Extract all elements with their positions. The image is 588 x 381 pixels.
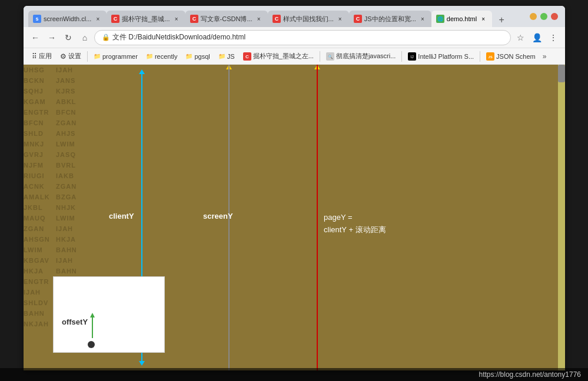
offset-box <box>53 276 165 353</box>
bookmark-programmer[interactable]: 📁 programmer <box>90 52 141 61</box>
svg-text:IJ: IJ <box>411 55 414 59</box>
bookmark-json-label: JSON Schem <box>496 53 536 60</box>
bookmark-js[interactable]: 📁 JS <box>215 52 238 61</box>
bookmark-separator-1 <box>87 51 88 62</box>
tab-close-6[interactable]: × <box>479 15 487 23</box>
tab-label-5: JS中的位置和宽... <box>364 15 416 24</box>
back-button[interactable]: ← <box>28 31 42 45</box>
clienty-arrow-bottom <box>139 361 145 366</box>
tab-icon-5: C <box>354 15 362 23</box>
bookmark-separator-3 <box>401 51 402 62</box>
status-url: https://blog.csdn.net/antony1776 <box>479 370 581 379</box>
bookmark-pgsql-label: pgsql <box>194 53 210 60</box>
toolbar-icons: ☆ 👤 ⋮ <box>513 31 560 45</box>
bookmark-jupu[interactable]: C 掘朴守拙_墨城之左... <box>240 51 317 62</box>
bookmark-recently-label: recently <box>155 53 178 60</box>
bookmark-programmer-label: programmer <box>102 53 138 60</box>
tab-label-3: 写文章-CSDN博... <box>201 15 253 24</box>
title-bar: s screenWidth.cl... × C 掘朴守拙_墨城... × C 写… <box>24 6 565 27</box>
tab-screenwidth[interactable]: s screenWidth.cl... × <box>28 11 107 27</box>
tab-label-1: screenWidth.cl... <box>44 15 91 22</box>
bookmark-js2[interactable]: 🔍 彻底搞清楚javascri... <box>323 51 399 62</box>
bookmark-settings-label: 设置 <box>68 52 81 61</box>
forward-button[interactable]: → <box>45 31 59 45</box>
tabs-container: s screenWidth.cl... × C 掘朴守拙_墨城... × C 写… <box>28 6 525 27</box>
bookmark-apps[interactable]: ⠿ 应用 <box>28 51 55 62</box>
tab-close-1[interactable]: × <box>94 15 102 23</box>
tab-close-5[interactable]: × <box>418 15 427 23</box>
maximize-button[interactable]: □ <box>540 13 547 20</box>
clienty-arrow-top <box>139 69 145 74</box>
scrollbar-thumb[interactable] <box>558 65 565 82</box>
scrollbar[interactable] <box>558 65 565 370</box>
tab-yangshi[interactable]: C 样式中国找我们... × <box>268 11 349 27</box>
reload-button[interactable]: ↻ <box>61 31 75 45</box>
bookmark-recently[interactable]: 📁 recently <box>142 52 181 61</box>
bookmark-apps-label: 应用 <box>39 52 52 61</box>
screeny-label: screenY <box>203 212 233 220</box>
offsety-label: offsetY <box>62 317 88 326</box>
close-button[interactable]: × <box>551 13 558 20</box>
pagey-label: pageY = clientY + 滚动距离 <box>324 212 386 236</box>
tab-js[interactable]: C JS中的位置和宽... × <box>349 11 431 27</box>
svg-text:C: C <box>192 16 196 22</box>
bookmark-intellij[interactable]: IJ IntelliJ Platform S... <box>404 51 477 62</box>
mouse-dot <box>88 341 95 348</box>
tab-icon-1: s <box>33 15 41 23</box>
tab-label-2: 掘朴守拙_墨城... <box>122 15 170 24</box>
tab-icon-4: C <box>273 15 281 23</box>
bookmarks-bar: ⠿ 应用 ⚙ 设置 📁 programmer 📁 recently 📁 pgsq… <box>24 48 565 65</box>
tab-label-6: demo.html <box>447 15 477 22</box>
tab-label-4: 样式中国找我们... <box>283 15 334 24</box>
bookmark-jupu-label: 掘朴守拙_墨城之左... <box>253 52 314 61</box>
svg-text:C: C <box>114 16 118 22</box>
bookmark-pgsql[interactable]: 📁 pgsql <box>182 52 213 61</box>
status-bar: https://blog.csdn.net/antony1776 <box>0 368 588 381</box>
tab-csdn[interactable]: C 写文章-CSDN博... × <box>185 11 268 27</box>
tab-icon-3: C <box>190 15 198 23</box>
svg-text:C: C <box>274 16 278 22</box>
minimize-button[interactable]: − <box>530 13 537 20</box>
svg-text:C: C <box>356 16 360 22</box>
bookmark-separator-2 <box>320 51 320 62</box>
tab-jupu[interactable]: C 掘朴守拙_墨城... × <box>107 11 185 27</box>
svg-text:🌐: 🌐 <box>437 16 443 22</box>
bookmark-json[interactable]: JS JSON Schem <box>483 51 539 62</box>
bookmark-star-button[interactable]: ☆ <box>513 31 527 45</box>
window-controls: − □ × <box>530 13 558 20</box>
svg-text:🔍: 🔍 <box>327 54 333 59</box>
toolbar: ← → ↻ ⌂ 🔒 文件 D:/BaiduNetdiskDownload/dem… <box>24 27 565 48</box>
home-button[interactable]: ⌂ <box>78 31 92 45</box>
svg-text:JS: JS <box>488 55 492 59</box>
annotation-layer: clientY screenY pageY = clientY + 滚动距离 o… <box>24 65 558 370</box>
tab-demo[interactable]: 🌐 demo.html × <box>431 11 492 27</box>
tab-icon-2: C <box>111 15 119 23</box>
offsety-line <box>92 316 93 338</box>
browser-window: s screenWidth.cl... × C 掘朴守拙_墨城... × C 写… <box>24 6 565 370</box>
pagey-line <box>317 65 318 370</box>
profile-button[interactable]: 👤 <box>530 31 544 45</box>
svg-text:s: s <box>35 16 38 22</box>
url-text: 文件 D:/BaiduNetdiskDownload/demo.html <box>112 32 245 42</box>
tab-close-3[interactable]: × <box>255 15 263 23</box>
page-content: UHSGBCKN SQHJKGAM ENGTRBFCN SHLDMNKJ GVR… <box>24 65 565 370</box>
bookmark-separator-4 <box>480 51 480 62</box>
bookmark-js-label: JS <box>227 53 235 60</box>
bookmark-intellij-label: IntelliJ Platform S... <box>418 53 474 60</box>
bookmark-js2-label: 彻底搞清楚javascri... <box>336 52 396 61</box>
svg-text:C: C <box>245 54 249 59</box>
bookmark-settings[interactable]: ⚙ 设置 <box>57 51 85 62</box>
tab-icon-6: 🌐 <box>436 15 444 23</box>
new-tab-button[interactable]: + <box>494 13 509 27</box>
menu-button[interactable]: ⋮ <box>546 31 560 45</box>
more-bookmarks-button[interactable]: » <box>543 52 547 61</box>
clienty-label: clientY <box>109 212 134 220</box>
tab-close-4[interactable]: × <box>336 15 344 23</box>
address-bar[interactable]: 🔒 文件 D:/BaiduNetdiskDownload/demo.html <box>94 30 511 45</box>
tab-close-2[interactable]: × <box>172 15 181 23</box>
